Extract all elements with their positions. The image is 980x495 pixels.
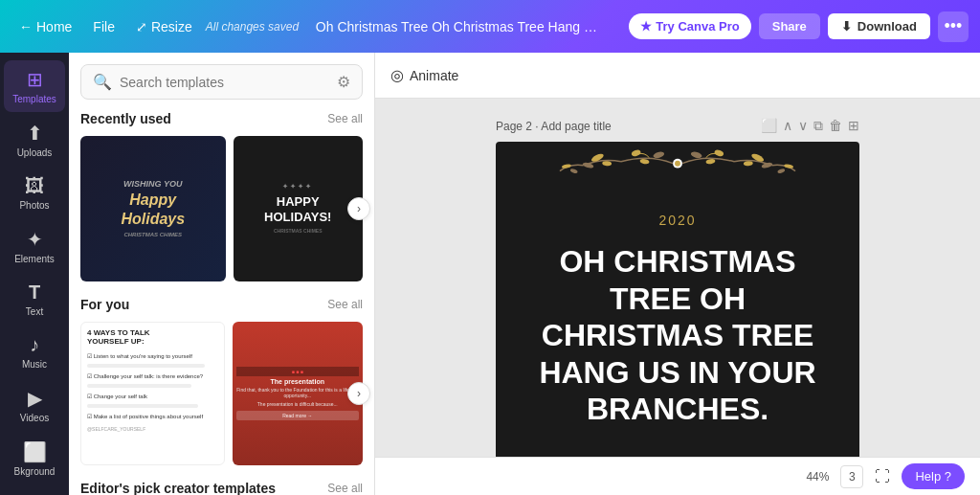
canvas-area: ◎ Animate Page 2 · Add page title ⬜ ∧ ∨ … <box>375 53 980 495</box>
delete-page-icon[interactable]: 🗑 <box>829 118 842 134</box>
animate-icon: ◎ <box>390 66 404 84</box>
share-button[interactable]: Share <box>759 13 820 39</box>
copy-page-icon[interactable]: ⬜ <box>761 118 777 134</box>
sidebar-item-uploads[interactable]: ⬆ Uploads <box>4 114 65 166</box>
sidebar-item-elements[interactable]: ✦ Elements <box>4 220 65 272</box>
templates-panel: 🔍 ⚙ Recently used See all WISHING YOU Ha… <box>69 53 375 495</box>
page-indicator: 3 <box>840 465 863 488</box>
page-2-label: Page 2 · Add page title <box>496 120 612 133</box>
music-icon: ♪ <box>30 334 39 356</box>
duplicate-page-icon[interactable]: ⧉ <box>813 118 823 134</box>
recently-used-section: Recently used See all WISHING YOU HappyH… <box>69 111 374 297</box>
sidebar: ⊞ Templates ⬆ Uploads 🖼 Photos ✦ Element… <box>0 53 69 495</box>
help-button[interactable]: Help ? <box>902 463 965 489</box>
add-page-icon[interactable]: ⊞ <box>848 118 859 134</box>
text-icon: T <box>29 281 40 304</box>
main-layout: ⊞ Templates ⬆ Uploads 🖼 Photos ✦ Element… <box>0 53 980 495</box>
card-year: 2020 <box>658 213 696 228</box>
share-label: Share <box>772 19 807 34</box>
zoom-level: 44% <box>806 470 829 484</box>
resize-button[interactable]: ⤢ Resize <box>128 15 200 38</box>
svg-point-1 <box>675 161 680 167</box>
sidebar-item-photos[interactable]: 🖼 Photos <box>4 168 65 218</box>
page-header-actions: ⬜ ∧ ∨ ⧉ 🗑 ⊞ <box>761 118 859 134</box>
svg-point-17 <box>777 169 786 174</box>
christmas-card[interactable]: 2020 OH CHRISTMAS TREE OH CHRISTMAS TREE… <box>496 142 859 457</box>
for-you-scroll-right[interactable]: › <box>347 382 370 405</box>
for-you-see-all[interactable]: See all <box>327 298 363 311</box>
editors-pick-section: Editor's pick creator templates See all … <box>69 481 374 495</box>
recently-used-title: Recently used <box>80 111 171 126</box>
doc-title: Oh Christmas Tree Oh Christmas Tree Hang… <box>316 19 603 34</box>
sidebar-item-music[interactable]: ♪ Music <box>4 326 65 377</box>
templates-icon: ⊞ <box>27 68 43 91</box>
download-button[interactable]: ⬇ Download <box>828 13 930 39</box>
card-main-text: OH CHRISTMAS TREE OH CHRISTMAS TREE HANG… <box>524 243 831 427</box>
svg-point-7 <box>602 161 612 167</box>
editors-pick-see-all[interactable]: See all <box>327 482 363 495</box>
sidebar-label-templates: Templates <box>12 94 56 104</box>
template-item[interactable]: 4 WAYS TO TALKYOURSELF UP: ☑ Listen to w… <box>80 322 225 466</box>
chevron-up-icon[interactable]: ∧ <box>783 118 792 134</box>
svg-point-15 <box>744 161 753 167</box>
background-icon: ⬜ <box>23 440 47 463</box>
svg-point-4 <box>639 159 650 166</box>
for-you-header: For you See all <box>80 297 363 312</box>
search-icon: 🔍 <box>93 73 112 91</box>
editors-pick-title: Editor's pick creator templates <box>80 481 276 495</box>
sidebar-label-photos: Photos <box>19 200 49 211</box>
more-options-button[interactable]: ••• <box>938 11 969 42</box>
canvas-bottom: 44% 3 ⛶ Help ? <box>375 457 980 495</box>
saved-status: All changes saved <box>206 20 299 34</box>
filter-icon[interactable]: ⚙ <box>337 73 350 91</box>
sidebar-label-music: Music <box>22 359 47 370</box>
sidebar-item-templates[interactable]: ⊞ Templates <box>4 60 65 112</box>
resize-icon: ⤢ <box>136 19 147 34</box>
fullscreen-button[interactable]: ⛶ <box>875 468 890 485</box>
star-icon: ★ <box>640 19 652 34</box>
svg-point-11 <box>690 151 702 160</box>
file-button[interactable]: File <box>85 15 122 38</box>
sidebar-item-background[interactable]: ⬜ Bkground <box>4 433 65 484</box>
for-you-title: For you <box>80 297 129 312</box>
home-label: Home <box>36 19 72 34</box>
sidebar-item-videos[interactable]: ▶ Videos <box>4 379 65 431</box>
download-label: Download <box>858 19 917 34</box>
photos-icon: 🖼 <box>25 175 44 197</box>
for-you-section: For you See all 4 WAYS TO TALKYOURSELF U… <box>69 297 374 482</box>
uploads-icon: ⬆ <box>27 122 43 145</box>
sidebar-label-text: Text <box>26 306 43 317</box>
recently-used-header: Recently used See all <box>80 111 363 126</box>
file-label: File <box>93 19 115 34</box>
canvas-scroll[interactable]: Page 2 · Add page title ⬜ ∧ ∨ ⧉ 🗑 ⊞ <box>375 99 980 457</box>
try-pro-label: Try Canva Pro <box>656 19 739 34</box>
floral-decoration <box>555 145 800 201</box>
sidebar-item-folders[interactable]: 📁 Folders <box>4 486 65 495</box>
template-item[interactable]: WISHING YOU HappyHolidays CHRISTMAS CHIM… <box>80 136 226 281</box>
videos-icon: ▶ <box>28 387 42 410</box>
search-input[interactable] <box>120 75 329 90</box>
svg-point-9 <box>569 169 578 174</box>
template-item[interactable]: ✦✦✦✦ HAPPYHOLIDAYS! CHRISTMAS CHIMES <box>234 136 364 281</box>
page-2-header: Page 2 · Add page title ⬜ ∧ ∨ ⧉ 🗑 ⊞ <box>496 118 859 134</box>
elements-icon: ✦ <box>27 228 43 251</box>
animate-button[interactable]: ◎ Animate <box>390 66 458 84</box>
topbar: ← Home File ⤢ Resize All changes saved O… <box>0 0 980 53</box>
download-icon: ⬇ <box>841 19 852 34</box>
sidebar-item-text[interactable]: T Text <box>4 274 65 325</box>
template-item[interactable]: ■ ■ ■ The presentation Find that, thank … <box>233 322 364 466</box>
resize-label: Resize <box>151 19 192 34</box>
chevron-down-icon[interactable]: ∨ <box>798 118 808 134</box>
help-label: Help ? <box>915 469 951 484</box>
sidebar-label-videos: Videos <box>20 413 49 423</box>
topbar-right: ★ Try Canva Pro Share ⬇ Download ••• <box>629 11 969 42</box>
try-pro-button[interactable]: ★ Try Canva Pro <box>629 13 750 39</box>
sidebar-label-elements: Elements <box>14 254 55 264</box>
sidebar-label-uploads: Uploads <box>17 147 53 158</box>
animate-label: Animate <box>410 68 458 83</box>
svg-point-2 <box>631 149 641 158</box>
home-button[interactable]: ← Home <box>11 15 79 38</box>
recently-used-see-all[interactable]: See all <box>327 112 363 125</box>
recently-used-scroll-right[interactable]: › <box>347 197 370 220</box>
sidebar-label-background: Bkground <box>14 466 56 477</box>
